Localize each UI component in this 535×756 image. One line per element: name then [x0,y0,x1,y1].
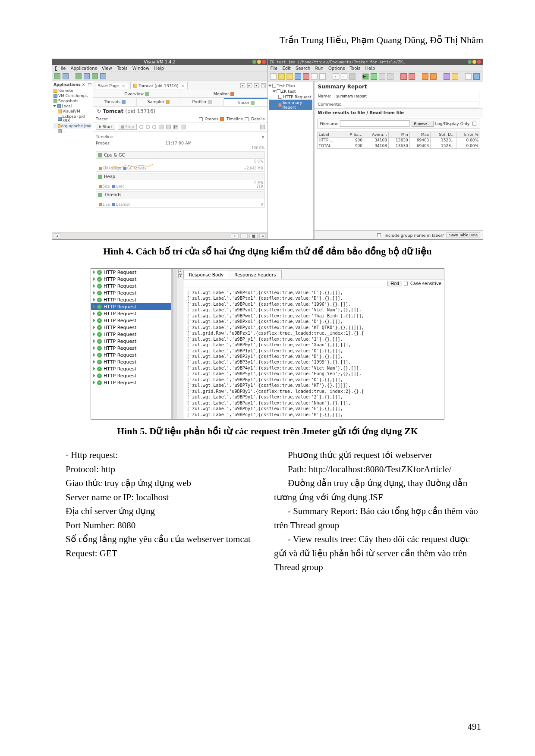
start-button[interactable]: Start [96,124,115,130]
tab-drop-icon[interactable]: ▾ [254,83,259,88]
template-icon[interactable] [286,73,293,80]
node-visualvm[interactable]: VisualVM [54,109,91,114]
request-item[interactable]: ✓HTTP Request [91,289,171,296]
footer-btn[interactable]: ■ [249,233,258,238]
tab-response-body[interactable]: Response Body [183,270,229,279]
menu-file[interactable]: File [271,66,278,71]
footer-btn[interactable]: ◂ [259,233,266,238]
request-item[interactable]: ✓HTTP Request [91,282,171,289]
menu-help[interactable]: Help [365,66,375,71]
tree-summary-report[interactable]: Summary Report [269,100,312,110]
request-item[interactable]: ✓HTTP Request [91,296,171,303]
expand-icon[interactable] [93,284,95,288]
help-icon[interactable] [452,73,458,80]
probe-threads[interactable]: Threads [96,191,265,198]
paste-icon[interactable] [319,73,326,80]
node-local[interactable]: Local [54,104,91,109]
request-item[interactable]: ✓HTTP Request [91,324,171,331]
node-row[interactable]: … [54,129,91,134]
node-remote[interactable]: Remote [54,88,91,93]
jmeter-menubar[interactable]: File Edit Search Run Options Tools Help [268,65,483,72]
request-item[interactable]: ✓HTTP Request [91,345,171,351]
footer-btn[interactable]: + [231,233,239,238]
clear-icon[interactable] [400,73,407,80]
tree-test-plan[interactable]: Test Plan [269,83,312,88]
response-body[interactable]: ['zul.wgt.Label','u9BPsx1',{cssflex:true… [183,288,444,419]
menu-help[interactable]: Help [154,66,164,71]
scrollbar[interactable] [173,269,177,419]
expand-icon[interactable] [93,374,95,377]
request-item[interactable]: ✓HTTP Request [91,358,171,365]
export-icon[interactable] [260,125,265,129]
function-helper-icon[interactable] [444,73,450,80]
menu-options[interactable]: Options [328,66,345,71]
comments-input[interactable] [344,101,479,107]
menu-tools[interactable]: Tools [350,66,361,71]
timeline-close-icon[interactable]: × [261,134,265,139]
expand-icon[interactable] [93,270,95,274]
subtab-sampler[interactable]: Sampler [137,98,180,106]
tool-icon[interactable] [181,125,186,129]
subtab-monitor[interactable]: Monitor [180,90,267,97]
toolbar-icon[interactable] [54,73,60,79]
plus-icon[interactable]: ＋ [333,73,339,80]
clear-all-icon[interactable] [409,73,415,80]
menu-run[interactable]: Run [315,66,324,71]
case-checkbox[interactable] [404,282,408,285]
start-icon[interactable]: ▶ [362,73,369,80]
menu-search[interactable]: Search [296,66,310,71]
expand-icon[interactable] [93,312,95,315]
reset-search-icon[interactable] [430,73,437,80]
expand-icon[interactable] [93,326,95,329]
zoom-fit-icon[interactable] [152,125,156,129]
expand-icon[interactable] [53,105,57,107]
request-item[interactable]: ✓HTTP Request [91,372,171,379]
timeline-checkbox[interactable] [220,117,224,121]
expand-icon[interactable] [93,339,95,343]
tab-right-icon[interactable]: ▸ [247,83,252,88]
name-input[interactable] [334,93,479,99]
tool-icon[interactable] [159,125,164,129]
request-item[interactable]: ✓HTTP Request [91,379,171,386]
subtab-profiler[interactable]: Profiler [180,98,224,106]
expand-icon[interactable] [93,291,95,295]
node-apache-jmeter[interactable]: org.apache.jme [54,123,91,129]
menu-tools[interactable]: Tools [117,66,128,71]
node-eclipse[interactable]: Eclipse (pid 398 [54,114,91,123]
tool-icon[interactable]: I* [173,125,178,129]
find-button[interactable]: Find [387,281,402,286]
include-group-checkbox[interactable] [377,233,381,237]
request-item[interactable]: ✓HTTP Request [91,351,171,358]
subtab-tracer[interactable]: Tracer [224,98,267,106]
zoom-out-icon[interactable] [146,125,150,129]
tab-max-icon[interactable]: □ [261,83,266,88]
request-item[interactable]: ✓HTTP Request [91,331,171,338]
cut-icon[interactable] [303,73,309,80]
menu-file[interactable]: File [55,66,66,71]
expand-icon[interactable] [93,381,95,384]
subtab-threads[interactable]: Threads [93,98,137,106]
open-icon[interactable] [278,73,285,80]
menu-applications[interactable]: Applications [71,66,97,71]
expand-icon[interactable] [93,346,95,350]
sash-up-icon[interactable]: ▴ [178,270,182,273]
close-icon[interactable] [477,60,481,64]
shutdown-icon[interactable] [387,73,393,80]
maximize-icon[interactable] [257,60,261,64]
request-item[interactable]: ✓HTTP Request [91,365,171,372]
request-item[interactable]: ✓HTTP Request [91,317,171,324]
minus-icon[interactable]: − [341,73,347,80]
stop-button[interactable]: Stop [118,124,137,130]
expand-icon[interactable] [93,367,95,370]
toolbar-icon[interactable] [84,73,90,79]
disable-icon[interactable] [349,73,356,80]
menu-view[interactable]: View [102,66,112,71]
request-item[interactable]: ✓HTTP Request [91,338,171,345]
expand-icon[interactable] [93,353,95,357]
browse-button[interactable]: Browse… [412,121,434,127]
expand-icon[interactable] [272,90,276,92]
close-icon[interactable] [262,60,266,64]
filename-input[interactable] [340,120,409,127]
toolbar-icon[interactable] [76,73,82,79]
find-icon[interactable] [422,73,428,80]
